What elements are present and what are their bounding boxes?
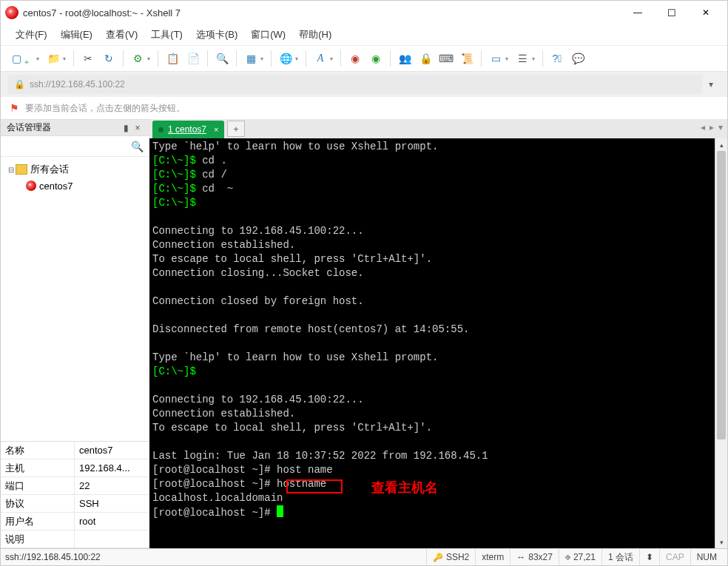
prop-port-key: 端口 <box>1 477 75 495</box>
tab-centos7[interactable]: 1 centos7 × <box>152 121 224 138</box>
collapse-icon[interactable]: ⊟ <box>7 166 16 174</box>
reconnect-button[interactable]: ↻ <box>101 50 117 67</box>
minimize-button[interactable] <box>621 1 655 24</box>
prop-user-key: 用户名 <box>1 513 75 530</box>
chevron-down-icon[interactable]: ▾ <box>532 55 535 62</box>
main-area: 会话管理器 ▮ × 🔍 ⊟ 所有会话 centos7 名称centos7 主机1… <box>1 119 727 548</box>
status-updown: ⬍ <box>639 549 659 565</box>
address-dropdown[interactable]: ▾ <box>702 79 720 90</box>
new-tab-button[interactable]: ＋ <box>227 121 245 137</box>
separator <box>271 50 272 67</box>
folder-icon <box>16 164 27 175</box>
session-icon <box>26 181 36 191</box>
menu-tools[interactable]: 工具(T) <box>145 25 189 44</box>
chevron-down-icon[interactable]: ▾ <box>147 55 150 62</box>
prop-port-val: 22 <box>75 477 149 495</box>
menu-edit[interactable]: 编辑(E) <box>55 25 98 44</box>
chat-button[interactable]: 💬 <box>570 50 586 67</box>
tab-menu-button[interactable]: ▾ <box>718 122 723 132</box>
status-bar: ssh://192.168.45.100:22 🔑SSH2 xterm ↔83x… <box>1 548 727 565</box>
tab-nav: ◂ ▸ ▾ <box>701 122 723 132</box>
grid-button[interactable]: ▦ <box>243 50 259 67</box>
menu-window[interactable]: 窗口(W) <box>245 25 291 44</box>
menu-file[interactable]: 文件(F) <box>10 25 53 44</box>
lock-button[interactable]: 🔒 <box>417 50 434 67</box>
lock-icon: 🔒 <box>14 79 25 90</box>
paste-button[interactable]: 📄 <box>185 50 201 67</box>
tab-close-button[interactable]: × <box>214 125 218 134</box>
help-button[interactable]: ?⃝ <box>549 50 565 67</box>
close-button[interactable] <box>689 1 723 24</box>
open-folder-button[interactable]: 📁 <box>45 50 61 67</box>
properties-table: 名称centos7 主机192.168.4... 端口22 协议SSH 用户名r… <box>1 441 149 548</box>
chevron-down-icon[interactable]: ▾ <box>63 55 66 62</box>
root-label: 所有会话 <box>30 163 69 176</box>
globe-button[interactable]: 🌐 <box>277 50 294 67</box>
xftp-button[interactable]: ◉ <box>368 50 384 67</box>
menu-help[interactable]: 帮助(H) <box>293 25 337 44</box>
address-text: ssh://192.168.45.100:22 <box>30 79 125 90</box>
separator <box>390 50 391 67</box>
status-num: NUM <box>690 549 723 565</box>
menu-view[interactable]: 查看(V) <box>100 25 144 44</box>
panel-header: 会话管理器 ▮ × <box>1 119 149 136</box>
find-button[interactable]: 🔍 <box>214 50 230 67</box>
list-button[interactable]: ☰ <box>514 50 530 67</box>
keyboard-button[interactable]: ⌨ <box>438 50 454 67</box>
title-bar: centos7 - root@localhost:~ - Xshell 7 <box>1 1 727 24</box>
status-term: xterm <box>475 549 510 565</box>
separator <box>158 50 158 67</box>
separator <box>123 50 124 67</box>
tab-prev-button[interactable]: ◂ <box>701 122 705 132</box>
scroll-track[interactable] <box>715 151 727 536</box>
panel-close-button[interactable]: × <box>132 123 144 133</box>
chevron-down-icon[interactable]: ▾ <box>330 55 333 62</box>
scrollbar[interactable]: ▴ ▾ <box>715 138 727 548</box>
status-size: ↔83x27 <box>510 549 559 565</box>
hint-text: 要添加当前会话，点击左侧的箭头按钮。 <box>25 102 185 115</box>
pin-button[interactable]: ▮ <box>120 123 132 133</box>
prop-name-key: 名称 <box>1 442 75 459</box>
scroll-thumb[interactable] <box>717 151 726 439</box>
tab-bar: 1 centos7 × ＋ ◂ ▸ ▾ <box>149 119 727 138</box>
window-title: centos7 - root@localhost:~ - Xshell 7 <box>23 7 621 18</box>
tree-root[interactable]: ⊟ 所有会话 <box>4 161 146 178</box>
annotation-box <box>286 479 343 493</box>
status-ssh: 🔑SSH2 <box>426 549 475 565</box>
status-cursor-pos: ⎆27,21 <box>559 549 601 565</box>
prop-proto-val: SSH <box>75 495 149 513</box>
disconnect-button[interactable]: ✂ <box>80 50 96 67</box>
window-button[interactable]: ▭ <box>488 50 504 67</box>
key-icon: 🔑 <box>433 553 443 562</box>
session-tree: ⊟ 所有会话 centos7 <box>1 157 149 441</box>
script-button[interactable]: 📜 <box>459 50 475 67</box>
xshell-button[interactable]: ◉ <box>347 50 363 67</box>
copy-button[interactable]: 📋 <box>164 50 181 67</box>
tree-search[interactable]: 🔍 <box>1 136 149 157</box>
scroll-up-button[interactable]: ▴ <box>715 138 727 151</box>
separator <box>306 50 306 67</box>
scroll-down-button[interactable]: ▾ <box>715 536 727 548</box>
address-input[interactable]: 🔒 ssh://192.168.45.100:22 <box>8 75 702 94</box>
prop-user-val: root <box>75 513 149 530</box>
prop-desc-val <box>75 530 149 548</box>
pos-icon: ⎆ <box>565 552 570 562</box>
toolbar: ▢ ＋ ▾ 📁 ▾ ✂ ↻ ⚙ ▾ 📋 📄 🔍 ▦ ▾ 🌐 ▾ A ▾ ◉ ◉ … <box>1 45 727 72</box>
annotation-text: 查看主机名 <box>371 479 438 496</box>
chevron-down-icon[interactable]: ▾ <box>36 55 39 62</box>
status-left: ssh://192.168.45.100:22 <box>5 552 426 562</box>
chevron-down-icon[interactable]: ▾ <box>260 55 263 62</box>
font-button[interactable]: A <box>312 50 328 67</box>
maximize-button[interactable] <box>655 1 689 24</box>
status-cap: CAP <box>659 549 690 565</box>
prop-name-val: centos7 <box>75 442 149 459</box>
tab-status-icon <box>158 127 164 132</box>
tab-next-button[interactable]: ▸ <box>710 122 714 132</box>
properties-button[interactable]: ⚙ <box>129 50 146 67</box>
tree-session-centos7[interactable]: centos7 <box>4 178 146 194</box>
menu-tabs[interactable]: 选项卡(B) <box>190 25 243 44</box>
users-button[interactable]: 👥 <box>397 50 413 67</box>
chevron-down-icon[interactable]: ▾ <box>505 55 508 62</box>
chevron-down-icon[interactable]: ▾ <box>295 55 298 62</box>
separator <box>207 50 208 67</box>
